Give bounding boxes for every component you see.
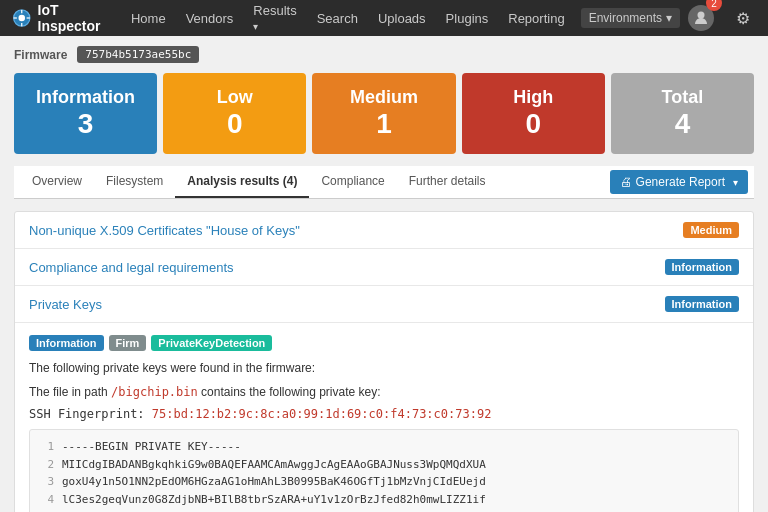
brand-label: IoT Inspector [38,2,109,34]
pk-fingerprint-value: 75:bd:12:b2:9c:8c:a0:99:1d:69:c0:f4:73:c… [152,407,492,421]
firmware-label: Firmware [14,48,67,62]
nav-home[interactable]: Home [123,7,174,30]
finding-title-2: Compliance and legal requirements [29,260,665,275]
finding-badge-2: Information [665,259,740,275]
finding-badge-3: Information [665,296,740,312]
nav-search[interactable]: Search [309,7,366,30]
stat-info-value: 3 [78,108,94,140]
pk-desc3-text: contains the following private key: [201,385,380,399]
nav-reporting[interactable]: Reporting [500,7,572,30]
tag-privatekey: PrivateKeyDetection [151,335,272,351]
pk-fingerprint-label: SSH Fingerprint: [29,407,145,421]
line-number: 3 [40,473,54,491]
finding-badge-1: Medium [683,222,739,238]
finding-row-3[interactable]: Private Keys Information [15,286,753,323]
nav-results[interactable]: Results [245,0,304,37]
nav-plugins[interactable]: Plugins [438,7,497,30]
stat-low-value: 0 [227,108,243,140]
finding-title-3: Private Keys [29,297,665,312]
line-code: goxU4y1n5O1NN2pEdOM6HGzaAG1oHmAhL3B0995B… [62,473,486,491]
tab-overview[interactable]: Overview [20,166,94,198]
line-code: -----BEGIN PRIVATE KEY----- [62,438,241,456]
environments-button[interactable]: Environments [581,8,680,28]
line-code: lC3es2geqVunz0G8ZdjbNB+BIlB8tbrSzARA+uY1… [62,491,486,509]
line-number: 5 [40,508,54,512]
generate-report-label: Generate Report [636,175,725,189]
code-line: 1-----BEGIN PRIVATE KEY----- [40,438,728,456]
nav-right: Environments 2 ⚙ [581,5,756,31]
stat-total-value: 4 [675,108,691,140]
finding-row-1[interactable]: Non-unique X.509 Certificates "House of … [15,212,753,249]
stat-total[interactable]: Total 4 [611,73,754,154]
stat-information[interactable]: Information 3 [14,73,157,154]
tag-information: Information [29,335,104,351]
tags-row: Information Firm PrivateKeyDetection [29,335,739,351]
code-line: 4lC3es2geqVunz0G8ZdjbNB+BIlB8tbrSzARA+uY… [40,491,728,509]
finding-row-2[interactable]: Compliance and legal requirements Inform… [15,249,753,286]
tabs-row: Overview Filesystem Analysis results (4)… [14,166,754,199]
app-brand[interactable]: IoT Inspector [12,2,109,34]
findings-content: Non-unique X.509 Certificates "House of … [14,211,754,512]
tab-further-details[interactable]: Further details [397,166,498,198]
stat-high-value: 0 [525,108,541,140]
generate-report-icon: 🖨 [620,175,632,189]
code-line: 3goxU4y1n5O1NN2pEdOM6HGzaAG1oHmAhL3B0995… [40,473,728,491]
stat-low[interactable]: Low 0 [163,73,306,154]
svg-point-6 [698,12,705,19]
pk-path: /bigchip.bin [111,385,198,399]
line-number: 4 [40,491,54,509]
notification-badge: 2 [706,0,722,11]
code-line: 2MIICdgIBADANBgkqhkiG9w0BAQEFAAMCAmAwggJ… [40,456,728,474]
stat-high-label: High [513,87,553,108]
pk-path-description: The file in path /bigchip.bin contains t… [29,383,739,401]
stat-low-label: Low [217,87,253,108]
stat-total-label: Total [662,87,704,108]
tab-analysis-results[interactable]: Analysis results (4) [175,166,309,198]
private-key-code-block: 1-----BEGIN PRIVATE KEY-----2MIICdgIBADA… [29,429,739,512]
tag-firm: Firm [109,335,147,351]
stat-info-label: Information [36,87,135,108]
pk-description1: The following private keys were found in… [29,359,739,377]
pk-desc2-text: The file in path [29,385,108,399]
nav-uploads[interactable]: Uploads [370,7,434,30]
firmware-row: Firmware 757b4b5173ae55bc [14,46,754,63]
private-keys-section: Information Firm PrivateKeyDetection The… [15,323,753,512]
nav-vendors[interactable]: Vendors [178,7,242,30]
finding-title-1: Non-unique X.509 Certificates "House of … [29,223,683,238]
line-number: 1 [40,438,54,456]
tab-filesystem[interactable]: Filesystem [94,166,175,198]
stat-high[interactable]: High 0 [462,73,605,154]
settings-gear-icon[interactable]: ⚙ [730,7,756,30]
line-code: wHE9shCCR1fGJXN9KK44JRO5pzM3AgMBAAECgYBg… [62,508,486,512]
tab-compliance[interactable]: Compliance [309,166,396,198]
line-number: 2 [40,456,54,474]
generate-report-arrow-icon: ▾ [733,177,738,188]
generate-report-button[interactable]: 🖨 Generate Report ▾ [610,170,748,194]
firmware-hash: 757b4b5173ae55bc [77,46,199,63]
app-logo-icon [12,6,32,30]
svg-point-1 [19,15,26,22]
pk-fingerprint-row: SSH Fingerprint: 75:bd:12:b2:9c:8c:a0:99… [29,407,739,421]
stat-medium[interactable]: Medium 1 [312,73,455,154]
line-code: MIICdgIBADANBgkqhkiG9w0BAQEFAAMCAmAwggJc… [62,456,486,474]
stat-medium-label: Medium [350,87,418,108]
navbar: IoT Inspector Home Vendors Results Searc… [0,0,768,36]
code-line: 5wHE9shCCR1fGJXN9KK44JRO5pzM3AgMBAAECgYB… [40,508,728,512]
stats-row: Information 3 Low 0 Medium 1 High 0 Tota… [14,73,754,154]
stat-medium-value: 1 [376,108,392,140]
main-content: Firmware 757b4b5173ae55bc Information 3 … [0,36,768,512]
